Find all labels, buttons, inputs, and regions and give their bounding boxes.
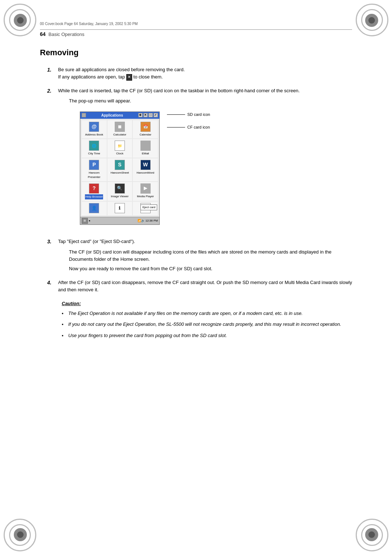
titlebar-btn-3: □ bbox=[148, 113, 153, 117]
step-4-content: After the CF (or SD) card icon disappear… bbox=[58, 279, 352, 293]
step-3-number: 3. bbox=[47, 238, 54, 272]
app-clock: 📁 Clock bbox=[107, 139, 132, 157]
step-2-sub: The pop-up menu will appear. bbox=[69, 97, 352, 105]
app-label-calendar: Calendar bbox=[139, 133, 151, 137]
app-label-calculator: Calculator bbox=[113, 133, 126, 137]
taskbar-left: ⊞ ◂ bbox=[82, 218, 90, 224]
app-hancomword: W HancomWord bbox=[133, 158, 158, 181]
header-rule bbox=[40, 29, 352, 30]
caution-text-1: The Eject Operation is not available if … bbox=[68, 310, 303, 317]
caution-item-3: • Use your fingers to prevent the card f… bbox=[62, 332, 352, 339]
page-number-section: 64 Basic Operations bbox=[40, 31, 352, 37]
step-2-number: 2. bbox=[47, 87, 54, 231]
eject-popup: Eject card bbox=[140, 204, 157, 210]
step-3-main: Tap "Eject card" (or "Eject SD-card"). bbox=[58, 239, 135, 244]
steps-list: 1. Be sure all applications are closed b… bbox=[47, 66, 352, 293]
section-label: Basic Operations bbox=[49, 32, 85, 37]
step-1-content: Be sure all applications are closed befo… bbox=[58, 66, 352, 81]
cf-card-label-line: CF card icon bbox=[167, 124, 210, 130]
step-3-content: Tap "Eject card" (or "Eject SD-card"). T… bbox=[58, 238, 352, 272]
app-grid: @ Address Book ▦ Calculator 📅 Calendar bbox=[80, 119, 159, 217]
titlebar-btn-4: ✓ bbox=[154, 113, 158, 117]
screenshot-area: Applications ⊕ ✕ □ ✓ bbox=[80, 112, 352, 225]
titlebar-btn-1: ⊕ bbox=[138, 113, 143, 117]
caution-text-2: If you do not carry out the Eject Operat… bbox=[68, 321, 341, 328]
caution-text-3: Use your fingers to prevent the card fro… bbox=[68, 332, 227, 339]
caution-section: Caution: • The Eject Operation is not av… bbox=[62, 301, 352, 339]
step-2-content: While the card is inserted, tap the CF (… bbox=[58, 87, 352, 231]
corner-dot-tr bbox=[365, 14, 378, 27]
caution-title: Caution: bbox=[62, 301, 352, 306]
sd-card-label-line: SD card icon bbox=[167, 112, 210, 118]
app-label-email: EMail bbox=[142, 151, 149, 156]
app-icon-address-book: @ bbox=[89, 122, 99, 132]
bullet-1: • bbox=[62, 310, 65, 317]
taskbar-icons: 📶🔊 bbox=[138, 219, 145, 223]
titlebar-icon bbox=[82, 113, 86, 117]
screenshot-titlebar: Applications ⊕ ✕ □ ✓ bbox=[80, 112, 159, 119]
sd-card-label: SD card icon bbox=[187, 112, 210, 118]
app-icon-clock: 📁 bbox=[115, 141, 125, 151]
app-icon-media-player: ▶ bbox=[140, 183, 151, 194]
corner-dot-br bbox=[365, 528, 378, 541]
step-4-main: After the CF (or SD) card icon disappear… bbox=[58, 280, 352, 292]
app-extra-3: Eject card bbox=[133, 202, 158, 215]
app-icon-extra-1: 👤 bbox=[89, 203, 99, 213]
step-1: 1. Be sure all applications are closed b… bbox=[47, 66, 352, 81]
app-extra-1: 👤 bbox=[82, 202, 107, 215]
app-icon-help-browser: ? bbox=[89, 183, 99, 194]
taskbar-arrow: ◂ bbox=[89, 219, 90, 223]
step-1-sub: If any applications are open, tap ✕ to c… bbox=[58, 74, 163, 80]
app-icon-calendar: 📅 bbox=[140, 122, 151, 132]
titlebar-buttons: ⊕ ✕ □ ✓ bbox=[138, 113, 158, 117]
page: 00 Cover.book Page 64 Saturday, January … bbox=[0, 0, 392, 555]
app-hancomsheet: S HancomSheet bbox=[107, 158, 132, 181]
app-address-book: @ Address Book bbox=[82, 120, 107, 138]
corner-dot-bl bbox=[14, 528, 27, 541]
step-4: 4. After the CF (or SD) card icon disapp… bbox=[47, 279, 352, 293]
app-calendar: 📅 Calendar bbox=[133, 120, 158, 138]
step-4-number: 4. bbox=[47, 279, 54, 293]
app-city-time: 🌐 City Time bbox=[82, 139, 107, 157]
app-icon-hancomword: W bbox=[140, 160, 151, 170]
close-icon: ✕ bbox=[126, 74, 132, 81]
app-label-clock: Clock bbox=[116, 151, 123, 156]
app-icon-email bbox=[140, 141, 151, 151]
app-label-hancom-presenter: Hancom Presenter bbox=[82, 171, 106, 180]
app-label-hancomsheet: HancomSheet bbox=[111, 171, 129, 175]
app-icon-calculator: ▦ bbox=[115, 122, 125, 132]
page-number: 64 bbox=[40, 31, 46, 37]
app-help-browser: ? Help Browser bbox=[82, 182, 107, 201]
screenshot-labels: SD card icon CF card icon bbox=[160, 112, 210, 137]
app-calculator: ▦ Calculator bbox=[107, 120, 132, 138]
step-1-number: 1. bbox=[47, 66, 54, 81]
app-label-city-time: City Time bbox=[88, 151, 100, 156]
app-icon-hancom-presenter: P bbox=[89, 160, 99, 170]
screenshot-taskbar: ⊞ ◂ 📶🔊 12:36 PM bbox=[80, 217, 159, 224]
step-3: 3. Tap "Eject card" (or "Eject SD-card")… bbox=[47, 238, 352, 272]
app-label-hancomword: HancomWord bbox=[136, 171, 154, 175]
app-icon-extra-2: ℹ bbox=[115, 203, 125, 213]
app-label-image-viewer: Image Viewer bbox=[111, 194, 129, 199]
step-2: 2. While the card is inserted, tap the C… bbox=[47, 87, 352, 231]
sd-card-dash bbox=[167, 114, 185, 115]
app-media-player: ▶ Media Player bbox=[133, 182, 158, 201]
step-3-sub-1: The CF (or SD) card icon will disappear … bbox=[69, 248, 352, 263]
app-icon-city-time: 🌐 bbox=[89, 141, 99, 151]
screenshot-frame: Applications ⊕ ✕ □ ✓ bbox=[80, 112, 160, 225]
section-title: Removing bbox=[40, 48, 352, 57]
app-image-viewer: 🔍 Image Viewer bbox=[107, 182, 132, 201]
app-label-help-browser: Help Browser bbox=[85, 194, 103, 199]
app-icon-image-viewer: 🔍 bbox=[115, 183, 125, 194]
bullet-2: • bbox=[62, 321, 65, 328]
cf-card-label: CF card icon bbox=[187, 124, 210, 130]
cf-card-dash bbox=[167, 127, 185, 127]
corner-dot-tl bbox=[14, 14, 27, 27]
app-label-media-player: Media Player bbox=[137, 194, 154, 199]
file-meta: 00 Cover.book Page 64 Saturday, January … bbox=[40, 22, 352, 26]
taskbar-time: 12:36 PM bbox=[146, 219, 158, 223]
step-3-sub-2: Now you are ready to remove the card fro… bbox=[69, 265, 352, 272]
titlebar-btn-2: ✕ bbox=[143, 113, 148, 117]
bullet-3: • bbox=[62, 332, 65, 339]
taskbar-right: 📶🔊 12:36 PM bbox=[138, 219, 158, 223]
